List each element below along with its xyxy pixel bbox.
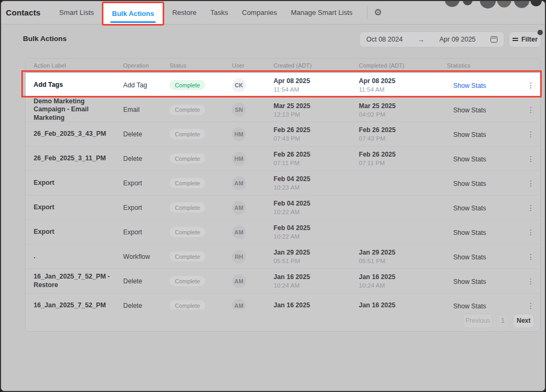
show-stats-link[interactable]: Show Stats — [447, 229, 486, 236]
user-initials-avatar: AM — [232, 201, 246, 215]
action-label-cell: . — [34, 252, 123, 260]
action-label-cell: 26_Feb_2025_3_11_PM — [34, 154, 123, 162]
kebab-menu-icon[interactable]: ⋮ — [524, 201, 538, 214]
table-row: 26_Feb_2025_3_11_PM Delete Complete HM F… — [26, 146, 540, 171]
kebab-menu-icon[interactable]: ⋮ — [524, 299, 538, 310]
arrow-right-icon: → — [417, 36, 424, 44]
show-stats-link[interactable]: Show Stats — [447, 107, 486, 114]
table-row: 16_Jan_2025_7_52_PM - Restore Delete Com… — [26, 269, 540, 293]
created-cell: Jan 16 2025 — [274, 301, 359, 310]
gear-icon[interactable]: ⚙ — [374, 8, 382, 17]
filter-button[interactable]: Filter — [509, 31, 541, 47]
operation-cell: Delete — [123, 302, 170, 309]
completed-time: 07:11 PM — [359, 159, 447, 166]
bulk-actions-table-card: Action Label Operation Status User Creat… — [25, 58, 541, 332]
created-time: 10:22 AM — [274, 233, 359, 240]
created-time: 07:11 PM — [274, 159, 359, 166]
show-stats-link[interactable]: Show Stats — [447, 156, 486, 163]
completed-date: Feb 26 2025 — [359, 126, 447, 134]
created-cell: Feb 26 2025 07:43 PM — [274, 126, 359, 142]
created-time: 10:24 AM — [274, 282, 359, 289]
user-initials-avatar: SN — [232, 103, 246, 117]
completed-date: Apr 08 2025 — [359, 77, 447, 85]
show-stats-link[interactable]: Show Stats — [447, 278, 486, 285]
show-stats-link[interactable]: Show Stats — [447, 254, 486, 261]
user-initials-avatar: AM — [232, 176, 246, 190]
previous-page-button[interactable]: Previous — [463, 314, 493, 328]
calendar-icon[interactable] — [491, 36, 497, 43]
kebab-menu-icon[interactable]: ⋮ — [524, 79, 538, 92]
operation-cell: Export — [123, 228, 170, 236]
table-row: Demo Marketing Campaign - Email Marketin… — [26, 97, 540, 122]
kebab-menu-icon[interactable]: ⋮ — [524, 128, 538, 141]
completed-date: Jan 16 2025 — [359, 301, 447, 309]
kebab-menu-icon[interactable]: ⋮ — [524, 226, 538, 239]
date-range-end[interactable]: Apr 09 2025 — [439, 36, 476, 43]
created-cell: Apr 08 2025 11:54 AM — [274, 77, 359, 93]
date-range-start[interactable]: Oct 08 2024 — [366, 36, 403, 43]
status-badge: Complete — [170, 80, 205, 90]
date-range-picker[interactable]: Oct 08 2024 → Apr 09 2025 — [359, 31, 504, 47]
completed-cell: Jan 16 2025 10:24 AM — [359, 273, 447, 289]
created-time: 11:54 AM — [274, 86, 359, 93]
completed-cell — [359, 183, 447, 184]
status-badge: Complete — [170, 202, 205, 213]
completed-cell — [359, 207, 447, 208]
kebab-menu-icon[interactable]: ⋮ — [524, 177, 538, 190]
tab-companies[interactable]: Companies — [235, 1, 284, 24]
page-number-button[interactable]: 1 — [496, 314, 509, 328]
created-cell: Jan 16 2025 10:24 AM — [274, 273, 359, 289]
kebab-menu-icon[interactable]: ⋮ — [524, 275, 538, 288]
created-date: Feb 04 2025 — [274, 224, 359, 232]
show-stats-link[interactable]: Show Stats — [447, 303, 486, 310]
operation-cell: Delete — [123, 277, 170, 285]
show-stats-link[interactable]: Show Stats — [447, 205, 486, 212]
completed-date: Jan 29 2025 — [359, 249, 447, 256]
table-row: 26_Feb_2025_3_43_PM Delete Complete HM F… — [26, 122, 540, 146]
created-date: Feb 26 2025 — [274, 126, 359, 134]
operation-cell: Delete — [123, 130, 170, 138]
tab-smart-lists[interactable]: Smart Lists — [52, 1, 101, 24]
table-row: Export Export Complete AM Feb 04 2025 10… — [26, 195, 540, 220]
show-stats-link[interactable]: Show Stats — [447, 180, 486, 187]
kebab-menu-icon[interactable]: ⋮ — [524, 250, 538, 263]
show-stats-link[interactable]: Show Stats — [447, 82, 486, 89]
created-date: Apr 08 2025 — [274, 77, 359, 85]
created-date: Jan 16 2025 — [274, 301, 359, 309]
pagination: Previous 1 Next — [26, 309, 540, 332]
created-cell: Mar 25 2025 12:13 PM — [274, 102, 359, 118]
completed-time: 04:02 PM — [359, 111, 447, 118]
created-cell: Feb 26 2025 07:11 PM — [274, 151, 359, 166]
action-label-cell: 26_Feb_2025_3_43_PM — [34, 130, 123, 138]
tab-tasks[interactable]: Tasks — [204, 1, 235, 24]
created-time: 05:51 PM — [274, 257, 359, 264]
created-time: 07:43 PM — [274, 135, 359, 142]
table-row: . Workflow Complete RH Jan 29 2025 05:51… — [26, 244, 540, 269]
tab-restore[interactable]: Restore — [165, 1, 204, 24]
tab-manage-smart-lists[interactable]: Manage Smart Lists — [284, 1, 360, 24]
column-header-completed: Completed (ADT) — [359, 62, 447, 69]
operation-cell: Delete — [123, 155, 170, 162]
completed-cell: Jan 16 2025 — [359, 301, 447, 310]
completed-date: Jan 16 2025 — [359, 273, 447, 281]
column-header-statistics: Statistics — [447, 62, 521, 69]
operation-cell: Export — [123, 204, 170, 211]
completed-cell: Feb 26 2025 07:43 PM — [359, 126, 447, 142]
completed-cell: Feb 26 2025 07:11 PM — [359, 151, 447, 166]
app-window: Contacts Smart Lists Bulk Actions Restor… — [0, 0, 546, 392]
show-stats-link[interactable]: Show Stats — [447, 131, 486, 138]
table-row: 16_Jan_2025_7_52_PM Delete Complete AM J… — [26, 293, 540, 309]
notification-dot — [537, 30, 543, 35]
next-page-button[interactable]: Next — [513, 314, 534, 328]
created-cell: Feb 04 2025 10:22 AM — [274, 200, 359, 215]
status-badge: Complete — [170, 276, 205, 286]
tab-bulk-actions[interactable]: Bulk Actions — [103, 3, 163, 24]
divider — [367, 6, 367, 19]
kebab-menu-icon[interactable]: ⋮ — [524, 103, 538, 116]
status-badge: Complete — [170, 300, 205, 309]
kebab-menu-icon[interactable]: ⋮ — [524, 152, 538, 165]
page-section-title: Contacts — [6, 8, 41, 17]
completed-date: Feb 26 2025 — [359, 151, 447, 158]
column-header-operation: Operation — [123, 62, 170, 69]
completed-time: 05:51 PM — [359, 257, 447, 264]
